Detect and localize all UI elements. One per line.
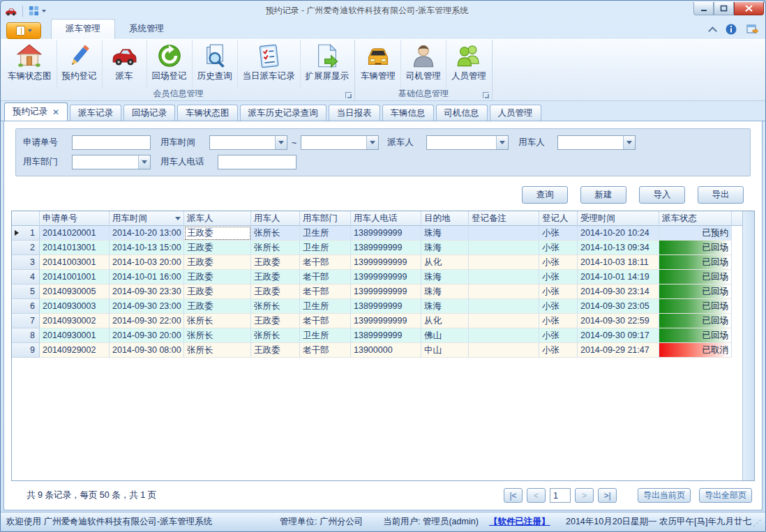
grid-cell[interactable]: 2014-09-30 23:14 bbox=[578, 284, 659, 299]
return-register-button[interactable]: 回场登记 bbox=[147, 40, 192, 88]
grid-cell[interactable]: 王政委 bbox=[184, 241, 251, 255]
application-menu-button[interactable] bbox=[6, 22, 41, 39]
table-row[interactable]: 2201410130012014-10-13 15:00王政委张所长卫生所138… bbox=[12, 241, 742, 255]
grid-cell[interactable]: 20140929002 bbox=[40, 343, 110, 358]
grid-cell[interactable]: 13999999999 bbox=[351, 284, 421, 299]
grid-cell[interactable]: 小张 bbox=[539, 226, 578, 241]
license-registered-link[interactable]: 【软件已注册】 bbox=[489, 516, 566, 528]
grid-cell[interactable]: 王政委 bbox=[251, 343, 300, 358]
dispatch-status-cell[interactable]: 已预约 bbox=[659, 226, 732, 241]
department-combo[interactable] bbox=[72, 155, 151, 169]
grid-cell[interactable]: 珠海 bbox=[421, 284, 469, 299]
grid-cell[interactable]: 2014-10-13 15:00 bbox=[110, 241, 184, 255]
grid-cell[interactable]: 2014-10-20 10:24 bbox=[578, 226, 659, 241]
page-number-input[interactable] bbox=[550, 488, 571, 503]
grid-cell[interactable]: 老干部 bbox=[300, 314, 351, 328]
document-tab[interactable]: 当日报表 bbox=[329, 105, 380, 121]
document-tab[interactable]: 回场记录 bbox=[123, 105, 175, 121]
grid-cell[interactable]: 20141003001 bbox=[40, 255, 110, 270]
new-button[interactable]: 新建 bbox=[580, 186, 626, 204]
dispatch-status-cell[interactable]: 已取消 bbox=[659, 343, 732, 358]
combo-dropdown-button[interactable] bbox=[275, 136, 287, 149]
query-button[interactable]: 查询 bbox=[522, 186, 568, 204]
grid-cell[interactable]: 20140930005 bbox=[40, 284, 110, 299]
grid-cell[interactable]: 王政委 bbox=[184, 226, 251, 241]
grid-cell[interactable] bbox=[469, 328, 539, 343]
document-tab[interactable]: 车辆信息 bbox=[382, 105, 434, 121]
use-time-from-combo[interactable] bbox=[209, 135, 287, 150]
grid-cell[interactable]: 王政委 bbox=[184, 299, 251, 314]
grid-cell[interactable]: 2014-10-20 13:00 bbox=[110, 226, 184, 241]
grid-cell[interactable]: 佛山 bbox=[421, 328, 469, 343]
row-selector[interactable]: 6 bbox=[12, 299, 40, 314]
grid-cell[interactable]: 老干部 bbox=[300, 284, 351, 299]
grid-cell[interactable]: 从化 bbox=[421, 255, 469, 270]
combo-dropdown-button[interactable] bbox=[496, 136, 508, 149]
grid-cell[interactable]: 小张 bbox=[539, 255, 578, 270]
grid-cell[interactable]: 20141001001 bbox=[40, 270, 110, 284]
grid-cell[interactable]: 张所长 bbox=[251, 226, 300, 241]
row-selector[interactable]: 8 bbox=[12, 328, 40, 343]
grid-cell[interactable]: 王政委 bbox=[184, 255, 251, 270]
info-icon[interactable] bbox=[726, 24, 737, 35]
grid-cell[interactable]: 1389999999 bbox=[351, 299, 421, 314]
combo-dropdown-button[interactable] bbox=[623, 136, 635, 149]
grid-cell[interactable]: 2014-10-03 20:00 bbox=[110, 255, 184, 270]
dispatch-status-cell[interactable]: 已回场 bbox=[659, 314, 732, 328]
grid-cell[interactable]: 2014-09-30 23:30 bbox=[110, 284, 184, 299]
grid-cell[interactable]: 2014-09-30 08:00 bbox=[110, 343, 184, 358]
row-selector[interactable]: 2 bbox=[12, 241, 40, 255]
column-header-user-phone[interactable]: 用车人电话 bbox=[351, 211, 421, 226]
grid-cell[interactable]: 王政委 bbox=[251, 314, 300, 328]
grid-cell[interactable]: 张所长 bbox=[251, 241, 300, 255]
document-tab[interactable]: 预约记录✕ bbox=[4, 102, 68, 121]
grid-cell[interactable]: 13999999999 bbox=[351, 314, 421, 328]
tab-close-icon[interactable]: ✕ bbox=[52, 108, 59, 116]
column-header-destination[interactable]: 目的地 bbox=[421, 211, 469, 226]
vehicle-manage-button[interactable]: 车辆管理 bbox=[356, 40, 400, 88]
next-page-button[interactable]: > bbox=[575, 488, 594, 503]
row-selector[interactable]: 7 bbox=[12, 314, 40, 328]
grid-cell[interactable]: 小张 bbox=[539, 314, 578, 328]
row-selector[interactable]: 4 bbox=[12, 270, 40, 284]
grid-cell[interactable]: 卫生所 bbox=[300, 328, 351, 343]
use-time-to-combo[interactable] bbox=[301, 135, 379, 150]
row-selector[interactable]: 5 bbox=[12, 284, 40, 299]
group-dialog-launcher-icon[interactable] bbox=[483, 92, 489, 98]
grid-cell[interactable]: 从化 bbox=[421, 314, 469, 328]
table-row[interactable]: 8201409300012014-09-30 20:00张所长张所长卫生所138… bbox=[12, 328, 742, 343]
column-header-register-note[interactable]: 登记备注 bbox=[469, 211, 539, 226]
row-selector[interactable]: 9 bbox=[12, 343, 40, 358]
dispatch-button[interactable]: 派车 bbox=[102, 40, 147, 88]
grid-cell[interactable]: 张所长 bbox=[251, 299, 300, 314]
column-header-apply-no[interactable]: 申请单号 bbox=[40, 211, 110, 226]
grid-cell[interactable]: 20141020001 bbox=[40, 226, 110, 241]
grid-cell[interactable]: 张所长 bbox=[251, 328, 300, 343]
user-combo[interactable] bbox=[557, 135, 636, 150]
restore-button[interactable] bbox=[714, 2, 734, 15]
grid-cell[interactable]: 2014-10-01 16:00 bbox=[110, 270, 184, 284]
grid-cell[interactable]: 卫生所 bbox=[300, 241, 351, 255]
minimize-button[interactable] bbox=[693, 2, 714, 15]
table-row[interactable]: 7201409300022014-09-30 22:00张所长王政委老干部139… bbox=[12, 314, 742, 328]
ribbon-tab-system[interactable]: 系统管理 bbox=[115, 20, 178, 39]
apply-no-input[interactable] bbox=[72, 135, 151, 150]
grid-cell[interactable]: 2014-09-29 21:47 bbox=[578, 343, 659, 358]
grid-cell[interactable]: 小张 bbox=[539, 270, 578, 284]
grid-cell[interactable] bbox=[469, 241, 539, 255]
table-row[interactable]: 6201409300032014-09-30 23:00王政委张所长卫生所138… bbox=[12, 299, 742, 314]
column-header-registrar[interactable]: 登记人 bbox=[539, 211, 578, 226]
grid-cell[interactable] bbox=[469, 343, 539, 358]
grid-cell[interactable]: 2014-09-30 09:17 bbox=[578, 328, 659, 343]
grid-cell[interactable]: 20140930002 bbox=[40, 314, 110, 328]
dispatcher-combo[interactable] bbox=[426, 135, 509, 150]
column-header-use-time[interactable]: 用车时间 bbox=[110, 211, 184, 226]
grid-cell[interactable]: 王政委 bbox=[184, 270, 251, 284]
table-row[interactable]: 1201410200012014-10-20 13:00王政委张所长卫生所138… bbox=[12, 226, 742, 241]
extend-screen-button[interactable]: 扩展屏显示 bbox=[300, 40, 354, 88]
grid-cell[interactable]: 2014-10-13 09:34 bbox=[578, 241, 659, 255]
grid-cell[interactable]: 老干部 bbox=[300, 343, 351, 358]
grid-cell[interactable]: 13900000 bbox=[351, 343, 421, 358]
driver-manage-button[interactable]: 司机管理 bbox=[400, 40, 446, 88]
column-header-user[interactable]: 用车人 bbox=[251, 211, 300, 226]
